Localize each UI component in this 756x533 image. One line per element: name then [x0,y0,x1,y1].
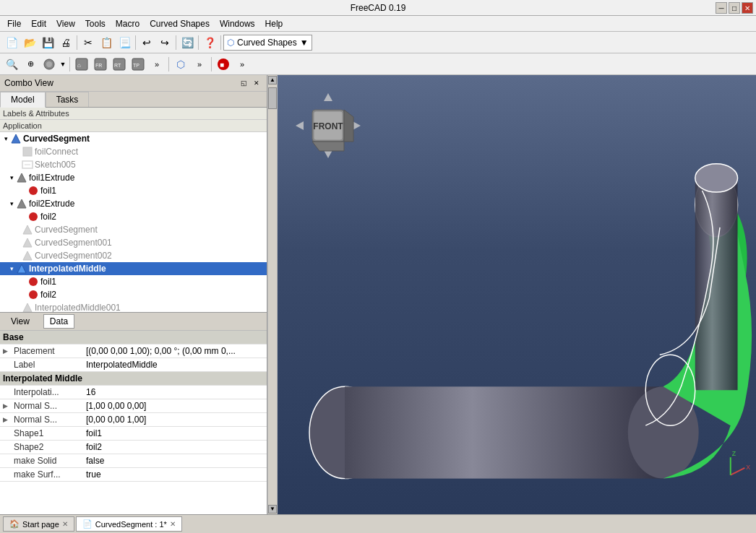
svg-marker-28 [324,150,332,158]
tree-item-foil1b[interactable]: foil1 [0,275,267,288]
tree-item-interpolated-middle[interactable]: ▾ InterpolatedMiddle [0,262,267,275]
expand-cell[interactable]: ▶ [0,344,11,358]
menu-help[interactable]: Help [261,17,288,30]
tab-model[interactable]: Model [0,92,46,108]
copy-button[interactable]: 📋 [98,34,115,51]
svg-point-41 [695,164,738,192]
prop-value[interactable]: [(0,00 0,00 1,00); 0,00 °; (0,00 mm 0,..… [83,344,267,358]
scroll-thumb[interactable] [268,87,277,109]
front-view-button[interactable]: FR [92,56,109,73]
tree-item-sketch005[interactable]: Sketch005 [0,158,267,171]
home-view-button[interactable]: ⌂ [73,56,90,73]
prop-value[interactable]: true [83,468,267,482]
close-button[interactable]: ✕ [742,2,753,14]
tree-item-curved-segment-root[interactable]: ▾ CurvedSegment [0,132,267,145]
expand-cell[interactable]: ▶ [0,399,11,413]
svg-marker-35 [344,110,353,142]
tree-item-foil2a[interactable]: foil2 [0,210,267,223]
scroll-up-button[interactable]: ▲ [268,76,277,84]
paste-button[interactable]: 📃 [116,34,133,51]
more-right-button[interactable]: » [233,56,251,73]
svg-text:Z: Z [732,450,736,457]
expand-icon[interactable]: ▾ [7,174,16,181]
help-button[interactable]: ❓ [201,34,218,51]
redo-button[interactable]: ↪ [156,34,173,51]
expand-icon [13,148,22,155]
workbench-dropdown[interactable]: ⬡ Curved Shapes ▼ [223,35,312,51]
tab-start-page[interactable]: 🏠 Start page ✕ [3,516,74,532]
close-tab-icon[interactable]: ✕ [62,520,68,528]
expand-icon[interactable]: ▾ [1,135,10,142]
save-button[interactable]: 💾 [39,34,56,51]
top-view-button[interactable]: TP [129,56,147,73]
prop-value[interactable]: [1,00 0,00 0,00] [83,399,267,413]
sep2 [135,35,136,50]
open-button[interactable]: 📂 [21,34,38,51]
more-tools-button[interactable]: » [191,56,208,73]
tree-item-foilconnect[interactable]: foilConnect [0,145,267,158]
stop-button[interactable]: ■ [215,56,232,73]
menu-macro[interactable]: Macro [111,17,144,30]
menu-file[interactable]: File [3,17,25,30]
prop-value[interactable]: foil2 [83,441,267,454]
tree-item-foil1a[interactable]: foil1 [0,184,267,197]
menu-view[interactable]: View [52,17,80,30]
tree-item-foil2b[interactable]: foil2 [0,288,267,301]
part-button[interactable]: ⬡ [172,56,189,73]
cut-button[interactable]: ✂ [80,34,97,51]
close-tab-icon[interactable]: ✕ [170,520,176,528]
tab-curved-segment[interactable]: 📄 CurvedSegment : 1* ✕ [76,516,182,532]
svg-marker-22 [23,251,32,260]
comboview-tabs: Model Tasks [0,92,267,108]
prop-value[interactable]: false [83,454,267,468]
tree-item-foil2extrude[interactable]: ▾ foil2Extrude [0,197,267,210]
new-file-button[interactable]: 📄 [3,34,20,51]
scroll-track[interactable] [268,84,277,505]
prop-value[interactable]: InterpolatedMiddle [83,358,267,372]
comboview-close-button[interactable]: ✕ [251,77,262,89]
view-dropdown-arrow[interactable]: ▼ [59,56,66,73]
zoom-fit-button[interactable]: ⊕ [22,56,39,73]
scroll-down-button[interactable]: ▼ [268,505,277,514]
expand-icon [19,278,27,285]
tree-item-curved-seg[interactable]: CurvedSegment [0,223,267,236]
expand-icon[interactable]: ▾ [7,265,16,272]
menu-edit[interactable]: Edit [27,17,51,30]
print-button[interactable]: 🖨 [57,34,74,51]
tree-item-foil1extrude[interactable]: ▾ foil1Extrude [0,171,267,184]
prop-value[interactable]: foil1 [83,427,267,441]
menu-windows[interactable]: Windows [215,17,259,30]
nav-cube[interactable]: FRONT [292,90,364,162]
prop-value[interactable]: [0,00 0,00 1,00] [83,413,267,427]
tree-item-interpolated-middle001[interactable]: InterpolatedMiddle001 [0,301,267,312]
expand-cell[interactable]: ▶ [0,413,11,427]
tree-label: CurvedSegment [23,134,90,144]
left-scrollbar[interactable]: ▲ ▼ [267,75,278,514]
right-view-button[interactable]: RT [111,56,128,73]
svg-marker-34 [312,142,344,151]
prop-tab-view[interactable]: View [4,314,36,329]
svg-point-17 [29,186,38,195]
prop-value[interactable]: 16 [83,386,267,399]
refresh-button[interactable]: 🔄 [179,34,196,51]
comboview-float-button[interactable]: ◱ [238,77,249,89]
prop-tab-data[interactable]: Data [43,314,74,329]
svg-text:TP: TP [133,63,139,68]
maximize-button[interactable]: □ [729,2,740,14]
zoom-in-button[interactable]: 🔍 [3,56,20,73]
svg-text:X: X [746,464,750,471]
svg-point-25 [29,290,38,299]
view-options-button[interactable] [40,56,58,73]
tree-item-curved-seg001[interactable]: CurvedSegment001 [0,236,267,249]
minimize-button[interactable]: ─ [716,2,727,14]
viewport[interactable]: FRONT [278,75,756,514]
menu-curved-shapes[interactable]: Curved Shapes [145,17,214,30]
menu-tools[interactable]: Tools [81,17,110,30]
expand-icon[interactable]: ▾ [7,200,16,207]
titlebar: FreeCAD 0.19 ─ □ ✕ [0,0,756,16]
tab-tasks[interactable]: Tasks [46,92,90,107]
more-views-button[interactable]: » [148,56,166,73]
tree-item-curved-seg002[interactable]: CurvedSegment002 [0,249,267,262]
prop-name: Normal S... [11,399,83,413]
undo-button[interactable]: ↩ [138,34,155,51]
